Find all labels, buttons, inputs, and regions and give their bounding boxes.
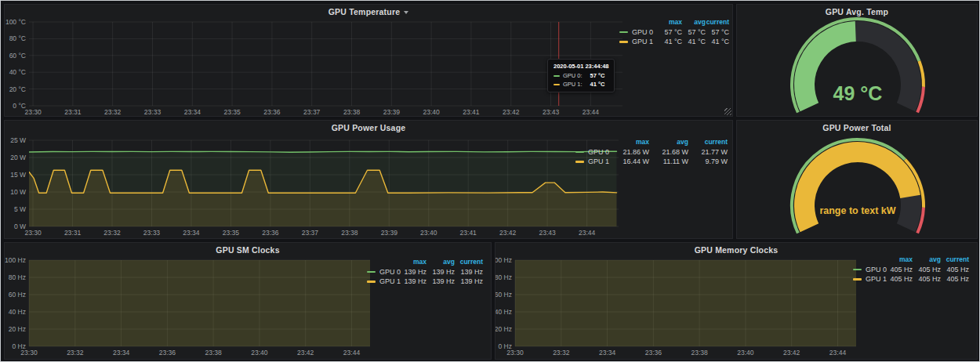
gpu-avg-temp-gauge: 49 °C bbox=[737, 5, 977, 116]
x-axis-tick-label: 23:38 bbox=[205, 349, 222, 357]
tooltip-series-value: 57 °C bbox=[590, 72, 605, 79]
legend-series-gpu-0[interactable]: GPU 0 bbox=[575, 148, 610, 156]
legend-col-header-current[interactable]: current bbox=[706, 18, 729, 26]
panel-title-gpu-power-total[interactable]: GPU Power Total bbox=[737, 123, 977, 132]
legend-stat-value: 57 °C bbox=[706, 28, 729, 36]
gpu_power_total-gauge-svg: range to text kW bbox=[737, 121, 977, 238]
legend-stat-value: 21.77 W bbox=[688, 148, 728, 156]
x-axis-tick-label: 23:35 bbox=[223, 229, 240, 237]
legend-col-header-max[interactable]: max bbox=[884, 255, 913, 263]
legend-col-header-max[interactable]: max bbox=[610, 138, 649, 146]
legend-col-header-avg[interactable]: avg bbox=[913, 255, 941, 263]
legend-col-header-avg[interactable]: avg bbox=[649, 138, 688, 146]
x-axis-tick-label: 23:31 bbox=[64, 229, 82, 237]
x-axis-tick-label: 23:44 bbox=[343, 349, 361, 357]
y-axis-tick-label: 60 °C bbox=[9, 52, 26, 60]
series-color-swatch bbox=[554, 84, 560, 85]
x-axis-tick-label: 23:42 bbox=[783, 349, 800, 357]
x-axis-tick-label: 23:30 bbox=[24, 229, 42, 237]
x-axis-tick-label: 23:38 bbox=[341, 229, 358, 237]
panel-title-gpu-memory-clocks[interactable]: GPU Memory Clocks bbox=[495, 245, 977, 255]
tooltip-series-value: 41 °C bbox=[590, 81, 605, 88]
series-color-swatch bbox=[575, 161, 584, 163]
chart-tooltip: 2020-05-01 23:44:48 GPU 0:57 °CGPU 1:41 … bbox=[547, 59, 615, 92]
y-axis-tick-label: 40 °C bbox=[9, 68, 26, 76]
x-axis-tick-label: 23:31 bbox=[64, 108, 82, 116]
y-axis-tick-label: 100 Hz bbox=[495, 256, 512, 264]
legend-series-gpu-1[interactable]: GPU 1 bbox=[619, 38, 659, 45]
legend-stat-value: 41 °C bbox=[706, 38, 729, 45]
legend-stat-value: 57 °C bbox=[682, 28, 706, 36]
panel-title-gpu-temperature[interactable]: GPU Temperature bbox=[5, 7, 732, 16]
y-axis-tick-label: 80 Hz bbox=[495, 273, 512, 281]
panel-title-gpu-avg-temp[interactable]: GPU Avg. Temp bbox=[737, 7, 977, 16]
x-axis-tick-label: 23:30 bbox=[506, 349, 524, 357]
legend-stat-value: 405 Hz bbox=[913, 266, 941, 273]
x-axis-tick-label: 23:32 bbox=[103, 229, 121, 237]
legend-col-header-current[interactable]: current bbox=[941, 255, 969, 263]
tooltip-series-name: GPU 1: bbox=[563, 81, 583, 88]
tooltip-series-row: GPU 1:41 °C bbox=[554, 81, 608, 88]
x-axis-tick-label: 23:33 bbox=[144, 108, 162, 116]
panel-gpu-memory-clocks: GPU Memory Clocks 0 Hz20 Hz40 Hz60 Hz80 … bbox=[495, 242, 978, 360]
legend-stat-value: 139 Hz bbox=[398, 277, 426, 285]
legend-col-header-max[interactable]: max bbox=[659, 18, 682, 26]
legend-stat-value: 139 Hz bbox=[455, 268, 483, 276]
legend-col-header-avg[interactable]: avg bbox=[426, 258, 455, 266]
legend-stat-value: 139 Hz bbox=[398, 268, 426, 276]
legend-stat-value: 41 °C bbox=[682, 38, 706, 45]
panel-menu-caret-icon[interactable] bbox=[404, 11, 408, 14]
x-axis-tick-label: 23:43 bbox=[543, 108, 560, 116]
legend-stat-value: 405 Hz bbox=[884, 266, 913, 273]
legend-series-gpu-1[interactable]: GPU 1 bbox=[853, 275, 884, 283]
y-axis-tick-label: 5 W bbox=[14, 205, 26, 213]
gpu-temperature-legend: maxavgcurrentGPU 057 °C57 °C57 °CGPU 141… bbox=[619, 17, 729, 47]
gpu-power-total-gauge: range to text kW bbox=[737, 121, 977, 238]
panel-title-gpu-sm-clocks[interactable]: GPU SM Clocks bbox=[5, 245, 491, 255]
x-axis-tick-label: 23:34 bbox=[183, 229, 200, 237]
legend-col-header-current[interactable]: current bbox=[455, 258, 483, 266]
gpu-power-usage-legend: maxavgcurrentGPU 021.86 W21.68 W21.77 WG… bbox=[575, 137, 728, 167]
legend-stat-value: 405 Hz bbox=[941, 275, 969, 283]
x-axis-tick-label: 23:38 bbox=[343, 108, 361, 116]
legend-series-gpu-0[interactable]: GPU 0 bbox=[853, 266, 884, 273]
x-axis-tick-label: 23:32 bbox=[553, 349, 570, 357]
legend-series-gpu-0[interactable]: GPU 0 bbox=[367, 268, 398, 276]
legend-col-header-avg[interactable]: avg bbox=[682, 18, 706, 26]
x-axis-tick-label: 23:42 bbox=[503, 108, 520, 116]
x-axis-tick-label: 23:43 bbox=[539, 229, 557, 237]
x-axis-tick-label: 23:40 bbox=[737, 349, 754, 357]
y-axis-tick-label: 40 Hz bbox=[9, 308, 26, 316]
x-axis-tick-label: 23:44 bbox=[829, 349, 847, 357]
panel-resize-handle[interactable] bbox=[724, 108, 731, 115]
x-axis-tick-label: 23:39 bbox=[383, 108, 401, 116]
x-axis-tick-label: 23:39 bbox=[381, 229, 398, 237]
y-axis-tick-label: 25 W bbox=[10, 136, 26, 144]
x-axis-tick-label: 23:35 bbox=[223, 108, 241, 116]
legend-stat-value: 21.68 W bbox=[649, 148, 688, 156]
legend-col-header-current[interactable]: current bbox=[688, 138, 728, 146]
panel-title-text: GPU Temperature bbox=[328, 7, 401, 16]
x-axis-tick-label: 23:36 bbox=[263, 108, 281, 116]
series-area-gpu-1 bbox=[29, 243, 370, 346]
legend-series-gpu-1[interactable]: GPU 1 bbox=[575, 157, 610, 165]
x-axis-tick-label: 23:38 bbox=[691, 349, 708, 357]
y-axis-tick-label: 20 Hz bbox=[9, 325, 26, 333]
panel-gpu-power-total: GPU Power Total range to text kW bbox=[736, 120, 978, 239]
legend-stat-value: 405 Hz bbox=[913, 275, 941, 283]
panel-gpu-temperature: GPU Temperature 0 °C20 °C40 °C60 °C80 °C… bbox=[4, 4, 733, 117]
panel-title-gpu-power-usage[interactable]: GPU Power Usage bbox=[5, 123, 732, 132]
tooltip-series-row: GPU 0:57 °C bbox=[554, 72, 608, 79]
legend-series-gpu-0[interactable]: GPU 0 bbox=[619, 28, 659, 36]
gpu-sm-clocks-legend: maxavgcurrentGPU 0139 Hz139 Hz139 HzGPU … bbox=[367, 257, 483, 287]
y-axis-tick-label: 80 °C bbox=[9, 34, 26, 42]
x-axis-tick-label: 23:40 bbox=[423, 108, 440, 116]
legend-stat-value: 9.79 W bbox=[688, 157, 728, 165]
legend-col-header-max[interactable]: max bbox=[398, 258, 426, 266]
gauge-value-arc bbox=[804, 152, 910, 228]
x-axis-tick-label: 23:42 bbox=[499, 229, 517, 237]
series-color-swatch bbox=[853, 269, 862, 271]
x-axis-tick-label: 23:34 bbox=[184, 108, 201, 116]
grafana-dashboard: GPU Temperature 0 °C20 °C40 °C60 °C80 °C… bbox=[0, 0, 980, 362]
legend-series-gpu-1[interactable]: GPU 1 bbox=[367, 277, 398, 285]
